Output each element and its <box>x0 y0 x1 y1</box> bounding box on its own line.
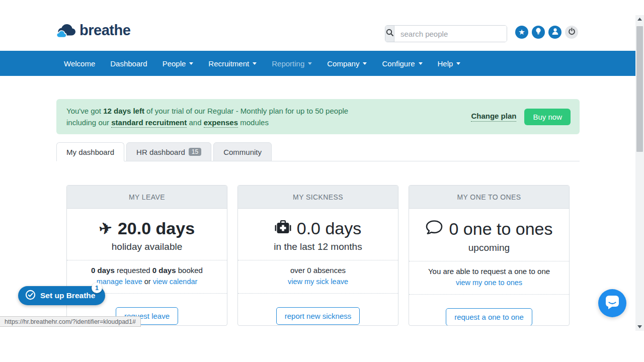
nav-item-company[interactable]: Company <box>319 51 374 76</box>
search-addon <box>385 26 394 42</box>
divider <box>67 260 227 260</box>
one-to-ones-value: 0 one to ones <box>409 220 569 238</box>
chevron-down-icon <box>189 62 193 65</box>
manage-leave-link[interactable]: manage leave <box>97 278 142 286</box>
nav-item-welcome[interactable]: Welcome <box>56 51 103 76</box>
power-icon <box>568 28 576 37</box>
people-search <box>385 25 507 42</box>
user-icon <box>551 28 559 37</box>
dashboard-tabs: My dashboard HR dashboard 15 Community <box>56 142 580 161</box>
nav-item-reporting[interactable]: Reporting <box>264 51 319 76</box>
tab-my-dashboard[interactable]: My dashboard <box>56 142 124 161</box>
one-to-ones-subtitle: upcoming <box>409 242 569 253</box>
leave-stats: 0 days requested 0 days booked <box>67 266 227 275</box>
trial-banner-actions: Change plan Buy now <box>471 109 571 125</box>
sickness-stats: over 0 absences <box>238 266 398 275</box>
speech-bubble-icon <box>425 220 443 238</box>
my-one-to-ones-card-title: MY ONE TO ONES <box>409 186 569 209</box>
chevron-down-icon <box>363 62 367 65</box>
sickness-subtitle: in the last 12 months <box>238 241 398 252</box>
power-button[interactable] <box>565 26 578 39</box>
search-icon <box>386 29 394 39</box>
my-sickness-card-title: MY SICKNESS <box>238 186 398 209</box>
scrollbar <box>635 15 644 331</box>
breathe-cloud-icon <box>55 23 77 39</box>
my-sickness-card: MY SICKNESS 0.0 days <box>237 185 398 326</box>
setup-breathe-count-badge: 1 <box>92 283 102 293</box>
page-header: breathe ★ <box>0 0 644 51</box>
chevron-down-icon <box>253 62 257 65</box>
sickness-days-value: 0.0 days <box>238 220 398 237</box>
star-button[interactable]: ★ <box>515 26 528 39</box>
request-one-to-one-button[interactable]: request a one to one <box>446 308 532 326</box>
check-circle-icon <box>25 290 36 302</box>
chat-bubble-icon <box>605 295 619 312</box>
plane-icon: ✈ <box>98 220 113 237</box>
scroll-down-button[interactable] <box>635 323 644 331</box>
star-icon: ★ <box>518 28 525 36</box>
my-one-to-ones-card: MY ONE TO ONES 0 one to ones upcoming Yo… <box>409 185 570 326</box>
trial-banner: You've got 12 days left of your trial of… <box>56 99 580 134</box>
nav-item-recruitment[interactable]: Recruitment <box>201 51 264 76</box>
user-button[interactable] <box>548 26 561 39</box>
chevron-down-icon <box>456 62 460 65</box>
triangle-up-icon <box>637 18 642 21</box>
report-sickness-button[interactable]: report new sickness <box>276 307 360 325</box>
scrollbar-thumb[interactable] <box>636 26 643 152</box>
divider <box>409 294 569 295</box>
chevron-down-icon <box>419 62 423 65</box>
breathe-logo-text: breathe <box>79 22 130 39</box>
leave-days-value: ✈ 20.0 days <box>67 220 227 237</box>
leave-links: manage leave or view calendar <box>67 278 227 286</box>
breathe-dashboard-screen: breathe ★ <box>0 0 644 362</box>
trial-banner-line2: including our standard recruitment and e… <box>66 117 393 128</box>
tab-community[interactable]: Community <box>213 142 272 161</box>
view-sick-leave-link[interactable]: view my sick leave <box>288 278 348 286</box>
chevron-down-icon <box>308 62 312 65</box>
nav-item-dashboard[interactable]: Dashboard <box>103 51 154 76</box>
header-icon-buttons: ★ <box>515 26 578 39</box>
search-input[interactable] <box>394 26 507 42</box>
buy-now-button[interactable]: Buy now <box>524 109 571 125</box>
scroll-up-button[interactable] <box>635 15 644 23</box>
tab-hr-dashboard[interactable]: HR dashboard 15 <box>126 142 211 161</box>
nav-item-people[interactable]: People <box>155 51 201 76</box>
view-calendar-link[interactable]: view calendar <box>153 278 198 286</box>
nav-item-configure[interactable]: Configure <box>374 51 430 76</box>
lightbulb-icon <box>534 27 542 38</box>
divider <box>238 293 398 294</box>
view-one-to-ones-link[interactable]: view my one to ones <box>456 279 522 287</box>
divider <box>409 261 569 261</box>
one-to-ones-stats: You are able to request a one to one <box>409 267 569 276</box>
main-navbar: Welcome Dashboard People Recruitment Rep… <box>0 51 644 76</box>
setup-breathe-label: Set up Breathe <box>40 291 95 300</box>
triangle-down-icon <box>637 325 642 328</box>
breathe-logo[interactable]: breathe <box>55 22 130 39</box>
lightbulb-button[interactable] <box>532 26 545 39</box>
dashboard-cards: MY LEAVE ✈ 20.0 days holiday available 0… <box>66 185 570 326</box>
trial-banner-text: You've got 12 days left of your trial of… <box>66 105 393 128</box>
divider <box>238 260 398 260</box>
trial-banner-line1: You've got 12 days left of your trial of… <box>66 105 393 117</box>
link-status-bar: https://hr.breathehr.com/?identifier=klo… <box>0 316 141 327</box>
chat-launcher-button[interactable] <box>598 289 626 317</box>
change-plan-link[interactable]: Change plan <box>471 112 516 122</box>
nav-item-help[interactable]: Help <box>430 51 468 76</box>
first-aid-icon <box>275 220 291 237</box>
my-leave-card-title: MY LEAVE <box>67 186 227 209</box>
hr-dashboard-count-badge: 15 <box>189 148 201 156</box>
leave-subtitle: holiday available <box>67 241 227 252</box>
